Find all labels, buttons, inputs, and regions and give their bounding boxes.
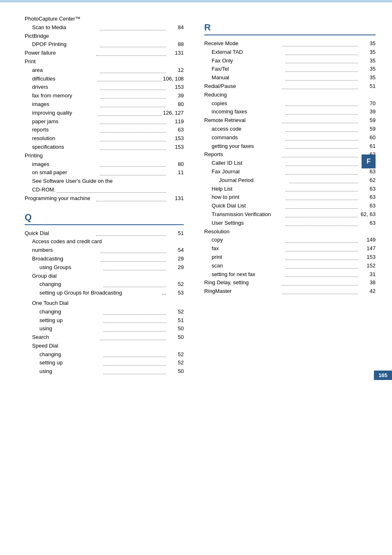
- list-item: copy 149: [204, 236, 376, 244]
- list-item: how to print 63: [204, 193, 376, 202]
- list-item: drivers 153: [25, 83, 184, 92]
- list-item: Search 50: [25, 333, 184, 342]
- list-item: setting up 51: [25, 316, 184, 325]
- list-item: setting up 52: [25, 359, 184, 367]
- list-item: PictBridge: [25, 32, 184, 41]
- list-item: specifications 153: [25, 143, 184, 152]
- list-item: RingMaster 42: [204, 287, 376, 296]
- list-item: PhotoCapture Center™: [25, 15, 184, 23]
- list-item: incoming faxes 39: [204, 108, 376, 116]
- list-item: access code 59: [204, 125, 376, 134]
- list-item: area 12: [25, 66, 184, 75]
- list-item: print 153: [204, 253, 376, 262]
- list-item: Speed Dial: [25, 342, 184, 350]
- list-item: Scan to Media 84: [25, 23, 184, 32]
- list-item: setting for next fax 31: [204, 270, 376, 279]
- section-header-r: R: [204, 22, 376, 33]
- list-item: Caller ID List 44: [204, 159, 376, 168]
- list-item: Fax Only 35: [204, 57, 376, 65]
- list-item: Reports 62: [204, 150, 376, 159]
- list-item: See Software User's Guide on the: [25, 177, 184, 186]
- page-number: 165: [374, 371, 392, 380]
- right-column: F R Receive Mode 35 External TAD 35 Fax …: [196, 15, 376, 376]
- list-item: resolution 153: [25, 134, 184, 143]
- list-item: commands 60: [204, 134, 376, 142]
- list-item: difficulties 106, 108: [25, 75, 184, 83]
- list-item: Help List 63: [204, 185, 376, 193]
- section-divider-q: [25, 224, 184, 225]
- list-item: images 80: [25, 100, 184, 109]
- list-item: fax from memory 39: [25, 92, 184, 100]
- list-item: User Settings 63: [204, 219, 376, 228]
- list-item: Fax/Tel 35: [204, 65, 376, 74]
- list-item: paper jams 119: [25, 117, 184, 126]
- list-item: Print: [25, 58, 184, 66]
- list-item: numbers 54: [25, 246, 184, 255]
- list-item: Broadcasting 29: [25, 255, 184, 263]
- list-item: One Touch Dial: [25, 299, 184, 308]
- list-item: scan 152: [204, 262, 376, 270]
- q-section: Q Quick Dial 51 Access codes and credit …: [25, 212, 184, 376]
- section-header-q: Q: [25, 212, 184, 223]
- list-item: fax 147: [204, 244, 376, 253]
- list-item: Remote Retrieval 59: [204, 116, 376, 125]
- list-item: Ring Delay, setting 38: [204, 279, 376, 287]
- list-item: using 50: [25, 325, 184, 333]
- list-item: improving quality 126, 127: [25, 109, 184, 117]
- list-item: getting your faxes 61: [204, 142, 376, 151]
- section-divider-r: [204, 35, 376, 35]
- tab-letter-f: F: [362, 154, 376, 168]
- list-item: changing 52: [25, 308, 184, 316]
- list-item: Printing: [25, 152, 184, 160]
- list-item: using 50: [25, 367, 184, 376]
- list-item: changing 52: [25, 350, 184, 359]
- list-item: Quick Dial 51: [25, 229, 184, 238]
- p-section-entries: PhotoCapture Center™ Scan to Media 84 Pi…: [25, 15, 184, 203]
- list-item: Access codes and credit card: [25, 237, 184, 246]
- list-item: Fax Journal 63: [204, 168, 376, 176]
- list-item: Resolution: [204, 228, 376, 236]
- list-item: changing 52: [25, 280, 184, 289]
- list-item: External TAD 35: [204, 48, 376, 57]
- list-item: Group dial: [25, 272, 184, 281]
- list-item: on small paper 11: [25, 168, 184, 177]
- list-item: using Groups 29: [25, 263, 184, 272]
- page-container: PhotoCapture Center™ Scan to Media 84 Pi…: [0, 2, 392, 392]
- list-item: Programming your machine 131: [25, 194, 184, 203]
- list-item: copies 70: [204, 99, 376, 108]
- r-section: R Receive Mode 35 External TAD 35 Fax On…: [204, 22, 376, 296]
- list-item: CD-ROM. 00: [25, 186, 184, 194]
- list-item: Power failure 131: [25, 49, 184, 58]
- list-item: Quick Dial List 63: [204, 202, 376, 210]
- list-item: Journal Period 62: [204, 176, 376, 185]
- left-column: PhotoCapture Center™ Scan to Media 84 Pi…: [25, 15, 196, 376]
- list-item: DPOF Printing 88: [25, 40, 184, 49]
- list-item: images 80: [25, 160, 184, 169]
- list-item: reports 63: [25, 126, 184, 134]
- list-item: Reducing: [204, 91, 376, 99]
- list-item: Manual 35: [204, 74, 376, 82]
- list-item: setting up Groups for Broadcasting ... 5…: [25, 289, 184, 299]
- list-item: Redial/Pause 51: [204, 82, 376, 91]
- list-item: Transmission Verification 62, 63: [204, 210, 376, 219]
- list-item: Receive Mode 35: [204, 39, 376, 48]
